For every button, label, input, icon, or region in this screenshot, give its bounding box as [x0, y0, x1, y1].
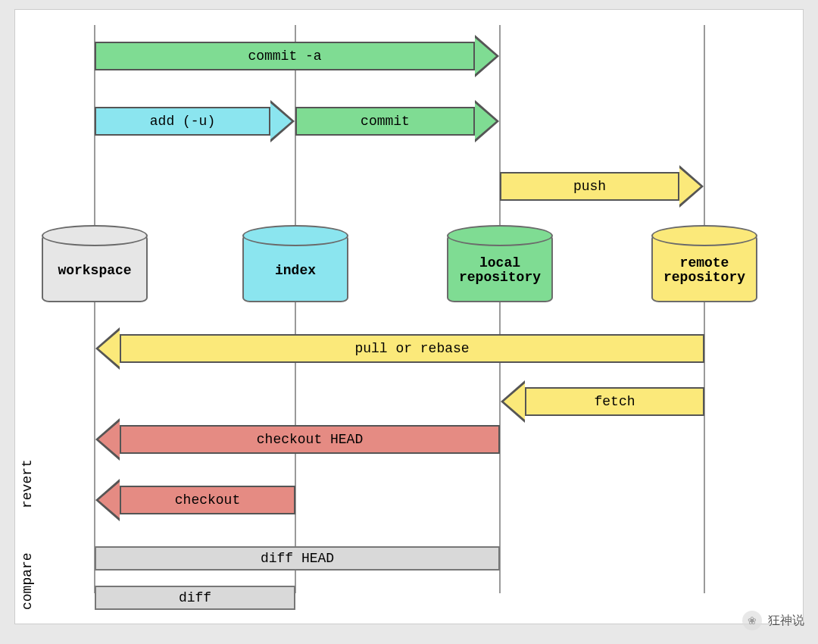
- watermark-text: 狂神说: [768, 613, 804, 629]
- axis-local: [499, 25, 501, 593]
- arrow-label: commit -a: [248, 48, 321, 64]
- arrow-label: add (-u): [150, 114, 215, 129]
- diagram-frame: commit -a add (-u) commit push workspace…: [14, 9, 804, 624]
- arrow-label: fetch: [594, 394, 635, 409]
- arrow-checkout: checkout: [120, 486, 295, 514]
- arrow-add: add (-u): [95, 107, 270, 136]
- page: commit -a add (-u) commit push workspace…: [0, 0, 818, 644]
- axis-remote: [704, 25, 705, 593]
- cyl-label: workspace: [58, 259, 131, 278]
- arrow-label: pull or rebase: [354, 341, 469, 356]
- cyl-label: local repository: [448, 252, 551, 285]
- arrow-pull: pull or rebase: [120, 334, 704, 363]
- bar-diff-head: diff HEAD: [95, 546, 500, 571]
- bar-diff: diff: [95, 586, 295, 610]
- arrow-checkout-head: checkout HEAD: [120, 425, 500, 454]
- section-compare-label: compare: [20, 552, 35, 610]
- cyl-remote: remote repository: [651, 234, 757, 302]
- arrow-label: push: [573, 179, 606, 194]
- cyl-index: index: [242, 234, 348, 302]
- arrow-label: checkout: [175, 492, 240, 508]
- bar-label: diff HEAD: [261, 551, 334, 566]
- diagram-stage: commit -a add (-u) commit push workspace…: [15, 10, 803, 624]
- arrow-commit: commit: [295, 107, 475, 136]
- watermark: ❀ 狂神说: [742, 611, 804, 630]
- cyl-label: remote repository: [653, 252, 756, 285]
- cyl-local: local repository: [447, 234, 553, 302]
- arrow-fetch: fetch: [525, 387, 704, 416]
- arrow-commit-a: commit -a: [95, 42, 475, 70]
- section-revert-label: revert: [20, 459, 35, 508]
- bar-label: diff: [179, 590, 211, 605]
- cyl-workspace: workspace: [42, 234, 148, 302]
- arrow-push: push: [500, 172, 679, 201]
- cyl-label: index: [275, 259, 316, 278]
- arrow-label: checkout HEAD: [257, 432, 363, 447]
- watermark-icon: ❀: [742, 611, 762, 630]
- arrow-label: commit: [361, 114, 410, 129]
